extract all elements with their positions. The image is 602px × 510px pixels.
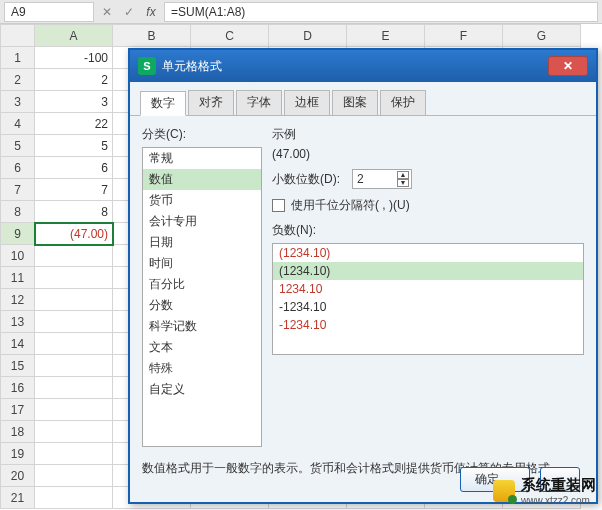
row-header-15[interactable]: 15 <box>1 355 35 377</box>
col-header-D[interactable]: D <box>269 25 347 47</box>
negative-format-item[interactable]: (1234.10) <box>273 244 583 262</box>
tab-4[interactable]: 图案 <box>332 90 378 115</box>
negative-format-item[interactable]: -1234.10 <box>273 316 583 334</box>
row-header-9[interactable]: 9 <box>1 223 35 245</box>
cell-A13[interactable] <box>35 311 113 333</box>
row-header-6[interactable]: 6 <box>1 157 35 179</box>
watermark-text: 系统重装网 <box>521 476 596 495</box>
row-header-5[interactable]: 5 <box>1 135 35 157</box>
col-header-B[interactable]: B <box>113 25 191 47</box>
row-header-19[interactable]: 19 <box>1 443 35 465</box>
cell-A5[interactable]: 5 <box>35 135 113 157</box>
spinner-down-icon[interactable]: ▼ <box>397 179 409 187</box>
row-header-10[interactable]: 10 <box>1 245 35 267</box>
cell-A21[interactable] <box>35 487 113 509</box>
tab-1[interactable]: 对齐 <box>188 90 234 115</box>
cell-A17[interactable] <box>35 399 113 421</box>
col-header-G[interactable]: G <box>503 25 581 47</box>
row-header-8[interactable]: 8 <box>1 201 35 223</box>
tab-0[interactable]: 数字 <box>140 91 186 116</box>
cell-A16[interactable] <box>35 377 113 399</box>
category-item[interactable]: 特殊 <box>143 358 261 379</box>
row-header-21[interactable]: 21 <box>1 487 35 509</box>
row-header-4[interactable]: 4 <box>1 113 35 135</box>
cell-A6[interactable]: 6 <box>35 157 113 179</box>
col-header-A[interactable]: A <box>35 25 113 47</box>
cell-A14[interactable] <box>35 333 113 355</box>
accept-formula-icon[interactable]: ✓ <box>120 3 138 21</box>
watermark-url: www.xtzz2.com <box>521 495 596 506</box>
row-header-17[interactable]: 17 <box>1 399 35 421</box>
row-header-18[interactable]: 18 <box>1 421 35 443</box>
cell-A19[interactable] <box>35 443 113 465</box>
category-item[interactable]: 日期 <box>143 232 261 253</box>
negative-format-list[interactable]: (1234.10)(1234.10)1234.10-1234.10-1234.1… <box>272 243 584 355</box>
decimal-value: 2 <box>357 172 364 186</box>
category-item[interactable]: 数值 <box>143 169 261 190</box>
row-header-1[interactable]: 1 <box>1 47 35 69</box>
tab-2[interactable]: 字体 <box>236 90 282 115</box>
row-header-2[interactable]: 2 <box>1 69 35 91</box>
cell-A4[interactable]: 22 <box>35 113 113 135</box>
cell-A3[interactable]: 3 <box>35 91 113 113</box>
cell-A11[interactable] <box>35 267 113 289</box>
col-header-F[interactable]: F <box>425 25 503 47</box>
cell-A2[interactable]: 2 <box>35 69 113 91</box>
cell-format-dialog: S 单元格格式 ✕ 数字对齐字体边框图案保护 分类(C): 常规数值货币会计专用… <box>128 48 598 504</box>
sample-value: (47.00) <box>272 147 584 161</box>
cell-A15[interactable] <box>35 355 113 377</box>
negative-format-item[interactable]: -1234.10 <box>273 298 583 316</box>
close-icon[interactable]: ✕ <box>548 56 588 76</box>
row-header-20[interactable]: 20 <box>1 465 35 487</box>
row-header-3[interactable]: 3 <box>1 91 35 113</box>
category-item[interactable]: 分数 <box>143 295 261 316</box>
category-item[interactable]: 自定义 <box>143 379 261 400</box>
row-header-7[interactable]: 7 <box>1 179 35 201</box>
dialog-titlebar[interactable]: S 单元格格式 ✕ <box>130 50 596 82</box>
fx-icon[interactable]: fx <box>142 3 160 21</box>
tab-3[interactable]: 边框 <box>284 90 330 115</box>
name-box[interactable]: A9 <box>4 2 94 22</box>
row-header-16[interactable]: 16 <box>1 377 35 399</box>
cell-A9[interactable]: (47.00) <box>35 223 113 245</box>
row-header-13[interactable]: 13 <box>1 311 35 333</box>
cell-A10[interactable] <box>35 245 113 267</box>
row-header-14[interactable]: 14 <box>1 333 35 355</box>
app-logo-icon: S <box>138 57 156 75</box>
tab-5[interactable]: 保护 <box>380 90 426 115</box>
category-item[interactable]: 常规 <box>143 148 261 169</box>
cell-A20[interactable] <box>35 465 113 487</box>
col-header-C[interactable]: C <box>191 25 269 47</box>
negative-format-item[interactable]: (1234.10) <box>273 262 583 280</box>
spinner-up-icon[interactable]: ▲ <box>397 171 409 179</box>
select-all-corner[interactable] <box>1 25 35 47</box>
dialog-tabs: 数字对齐字体边框图案保护 <box>130 82 596 116</box>
cancel-formula-icon[interactable]: ✕ <box>98 3 116 21</box>
cell-A1[interactable]: -100 <box>35 47 113 69</box>
category-item[interactable]: 会计专用 <box>143 211 261 232</box>
watermark: 系统重装网 www.xtzz2.com <box>493 476 596 506</box>
cell-A8[interactable]: 8 <box>35 201 113 223</box>
sample-label: 示例 <box>272 126 584 143</box>
row-header-11[interactable]: 11 <box>1 267 35 289</box>
formula-input[interactable]: =SUM(A1:A8) <box>164 2 598 22</box>
col-header-E[interactable]: E <box>347 25 425 47</box>
thousand-separator-label: 使用千位分隔符( , )(U) <box>291 197 410 214</box>
category-list[interactable]: 常规数值货币会计专用日期时间百分比分数科学记数文本特殊自定义 <box>142 147 262 447</box>
row-header-12[interactable]: 12 <box>1 289 35 311</box>
decimal-label: 小数位数(D): <box>272 171 340 188</box>
dialog-title: 单元格格式 <box>162 58 222 75</box>
category-item[interactable]: 货币 <box>143 190 261 211</box>
thousand-separator-checkbox[interactable] <box>272 199 285 212</box>
category-item[interactable]: 文本 <box>143 337 261 358</box>
category-item[interactable]: 时间 <box>143 253 261 274</box>
category-item[interactable]: 百分比 <box>143 274 261 295</box>
negative-label: 负数(N): <box>272 222 584 239</box>
negative-format-item[interactable]: 1234.10 <box>273 280 583 298</box>
formula-bar: A9 ✕ ✓ fx =SUM(A1:A8) <box>0 0 602 24</box>
decimal-places-input[interactable]: 2 ▲ ▼ <box>352 169 412 189</box>
cell-A18[interactable] <box>35 421 113 443</box>
cell-A7[interactable]: 7 <box>35 179 113 201</box>
category-item[interactable]: 科学记数 <box>143 316 261 337</box>
cell-A12[interactable] <box>35 289 113 311</box>
